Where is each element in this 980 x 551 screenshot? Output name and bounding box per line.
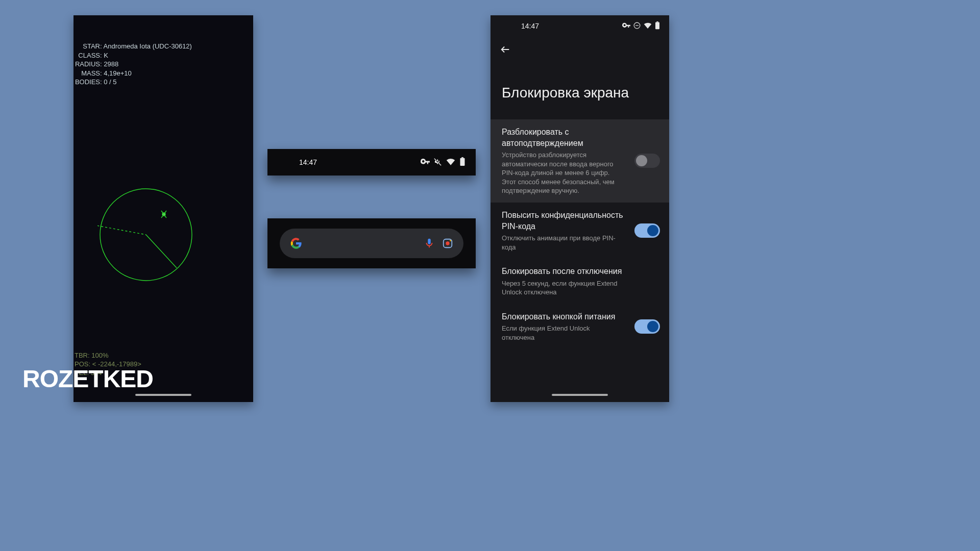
orbit-graphic bbox=[97, 186, 194, 283]
star-row-class: CLASS: K bbox=[74, 51, 253, 60]
mic-icon[interactable] bbox=[424, 238, 435, 249]
setting-title: Разблокировать с автоподтверждением bbox=[502, 127, 658, 148]
dnd-icon bbox=[633, 22, 641, 31]
battery-icon bbox=[655, 21, 660, 31]
toggle-auto-confirm[interactable] bbox=[634, 154, 660, 168]
svg-line-2 bbox=[97, 222, 146, 235]
statusbar-fragment: 14:47 bbox=[267, 149, 476, 176]
terminal-phone-mock: STAR: Andromeda Iota (UDC-30612) CLASS: … bbox=[74, 15, 253, 402]
arrow-left-icon bbox=[500, 44, 511, 55]
svg-rect-7 bbox=[461, 157, 463, 158]
setting-sub: Через 5 секунд, если функция Extend Unlo… bbox=[502, 279, 658, 297]
nav-handle[interactable] bbox=[552, 394, 608, 396]
volume-off-icon bbox=[434, 158, 442, 167]
star-row-bodies: BODIES: 0 / 5 bbox=[74, 78, 253, 87]
page-title: Блокировка экрана bbox=[491, 57, 669, 119]
back-button[interactable] bbox=[491, 37, 669, 57]
star-info-block: STAR: Andromeda Iota (UDC-30612) CLASS: … bbox=[74, 42, 253, 87]
settings-phone-mock: 14:47 Блокировка экрана Разблокировать с… bbox=[491, 15, 669, 402]
setting-sub: Отключить анимации при вводе PIN-кода bbox=[502, 234, 658, 252]
svg-line-1 bbox=[146, 235, 177, 268]
vpn-key-icon bbox=[421, 158, 430, 166]
svg-rect-13 bbox=[655, 22, 659, 29]
star-row-mass: MASS: 4,19e+10 bbox=[74, 69, 253, 78]
setting-title: Блокировать после отключения bbox=[502, 266, 658, 277]
star-row-radius: RADIUS: 2988 bbox=[74, 60, 253, 69]
svg-point-10 bbox=[450, 240, 451, 241]
star-row-star: STAR: Andromeda Iota (UDC-30612) bbox=[74, 42, 253, 51]
setting-power-button-lock[interactable]: Блокировать кнопкой питания Если функция… bbox=[491, 304, 669, 349]
setting-auto-confirm-unlock[interactable]: Разблокировать с автоподтверждением Устр… bbox=[491, 119, 669, 203]
telemetry-tbr: TBR: 100% bbox=[74, 352, 253, 360]
toggle-pin-privacy[interactable] bbox=[634, 223, 660, 238]
battery-icon bbox=[459, 157, 465, 168]
status-time: 14:47 bbox=[299, 158, 317, 166]
lens-icon[interactable] bbox=[442, 238, 453, 249]
google-g-icon bbox=[290, 237, 302, 249]
toggle-power-button-lock[interactable] bbox=[634, 319, 660, 334]
nav-handle[interactable] bbox=[135, 394, 191, 396]
setting-pin-privacy[interactable]: Повысить конфиденциальность PIN-кода Отк… bbox=[491, 203, 669, 259]
wifi-icon bbox=[644, 22, 652, 30]
setting-sub: Устройство разблокируется автоматически … bbox=[502, 151, 658, 195]
setting-lock-after-screen-off[interactable]: Блокировать после отключения Через 5 сек… bbox=[491, 259, 669, 304]
status-time: 14:47 bbox=[521, 22, 539, 30]
vpn-key-icon bbox=[622, 22, 630, 30]
svg-rect-6 bbox=[460, 158, 465, 165]
search-pill[interactable] bbox=[280, 229, 463, 258]
searchbar-fragment bbox=[267, 218, 476, 268]
svg-rect-14 bbox=[656, 21, 658, 22]
watermark: ROZETKED bbox=[22, 365, 153, 393]
status-icons bbox=[622, 21, 660, 31]
setting-title: Блокировать кнопкой питания bbox=[502, 311, 658, 322]
statusbar: 14:47 bbox=[491, 15, 669, 37]
status-icons bbox=[421, 157, 465, 168]
wifi-icon bbox=[446, 158, 455, 167]
svg-point-9 bbox=[446, 241, 449, 245]
